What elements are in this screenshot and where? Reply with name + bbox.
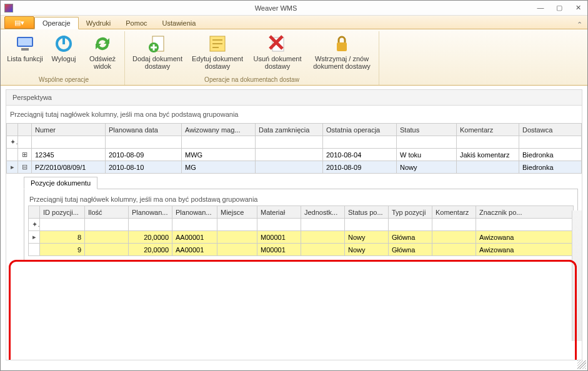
edit-document-icon	[207, 34, 227, 54]
file-menu-button[interactable]: ▤▾	[4, 16, 34, 29]
main-grid-area: Przeciągnij tutaj nagłówek kolumny, jeśl…	[6, 106, 582, 360]
ribbon-collapse-icon[interactable]: ⌃	[577, 21, 582, 29]
lock-icon	[332, 34, 352, 54]
wstrzymaj-dokument-button[interactable]: Wstrzymaj / znów dokument dostawy	[307, 31, 376, 75]
table-row[interactable]: ▸ 820,0000AA00001M00001NowyGłównaAwizowa…	[29, 231, 574, 244]
detail-panel: Pozycje dokumentu Przeciągnij tutaj nagł…	[24, 176, 578, 260]
edytuj-dokument-button[interactable]: Edytuj dokument dostawy	[187, 31, 247, 75]
detail-grid[interactable]: ID pozycji...IlośćPlanowan...Planowan...…	[28, 205, 574, 256]
app-icon	[4, 4, 13, 12]
power-icon	[54, 34, 74, 54]
group-label-common: Wspólne operacje	[6, 75, 122, 85]
tab-pomoc[interactable]: Pomoc	[118, 17, 154, 29]
odswiez-button[interactable]: Odśwież widok	[83, 31, 122, 75]
expand-icon[interactable]: ⊞	[18, 149, 32, 161]
group-label-dostaw: Operacje na dokumentach dostaw	[127, 75, 376, 85]
detail-grid-header[interactable]: ID pozycji...IlośćPlanowan...Planowan...…	[29, 206, 574, 219]
ribbon-tabstrip: ▤▾ Operacje Wydruki Pomoc Ustawienia ⌃	[1, 16, 587, 29]
window-title: Weaver WMS	[17, 4, 535, 12]
maximize-button[interactable]: ▢	[554, 4, 565, 12]
dodaj-dokument-button[interactable]: Dodaj dokument dostawy	[127, 31, 187, 75]
close-button[interactable]: ✕	[572, 4, 584, 12]
detail-grid-filter-row[interactable]: ✦	[29, 219, 574, 231]
main-grid[interactable]: NumerPlanowana dataAwizowany mag...Data …	[6, 123, 582, 174]
collapse-icon[interactable]: ⊟	[18, 161, 32, 174]
detail-tab[interactable]: Pozycje dokumentu	[24, 177, 97, 189]
file-menu-icon: ▤▾	[14, 19, 24, 27]
panel-title: Perspektywa	[6, 89, 582, 106]
main-grid-filter-row[interactable]: ✦	[7, 136, 582, 149]
title-bar: Weaver WMS — ▢ ✕	[1, 1, 587, 16]
svg-rect-9	[337, 42, 347, 51]
delete-document-icon	[267, 34, 287, 54]
minimize-button[interactable]: —	[535, 4, 546, 12]
add-document-icon	[147, 34, 167, 54]
usun-dokument-button[interactable]: Usuń dokument dostawy	[247, 31, 307, 75]
table-row[interactable]: 920,0000AA00001M00001NowyGłównaAwizowana	[29, 244, 574, 256]
tab-operacje[interactable]: Operacje	[34, 17, 79, 29]
monitor-icon	[15, 34, 35, 54]
svg-rect-2	[21, 48, 29, 51]
table-row[interactable]: ⊞ 123452010-08-09MWG2010-08-04W tokuJaki…	[7, 149, 582, 161]
lista-funkcji-button[interactable]: Lista funkcji	[6, 31, 44, 75]
tab-ustawienia[interactable]: Ustawienia	[155, 17, 204, 29]
main-grid-header[interactable]: NumerPlanowana dataAwizowany mag...Data …	[7, 124, 582, 136]
svg-rect-4	[62, 36, 65, 44]
ribbon-body: Lista funkcji Wyloguj Odśwież widok Wspó…	[1, 29, 587, 86]
annotation-highlight	[9, 260, 577, 360]
resize-grip[interactable]	[577, 360, 586, 369]
tab-wydruki[interactable]: Wydruki	[79, 17, 119, 29]
wyloguj-button[interactable]: Wyloguj	[44, 31, 83, 75]
refresh-icon	[92, 34, 112, 54]
table-row[interactable]: ▸⊟ PZ/2010/08/09/12010-08-10MG2010-08-09…	[7, 161, 582, 174]
vertical-scrollbar[interactable]	[572, 210, 582, 341]
svg-rect-1	[18, 38, 32, 46]
detail-group-hint[interactable]: Przeciągnij tutaj nagłówek kolumny, jeśl…	[28, 193, 574, 205]
group-by-hint[interactable]: Przeciągnij tutaj nagłówek kolumny, jeśl…	[6, 106, 582, 123]
